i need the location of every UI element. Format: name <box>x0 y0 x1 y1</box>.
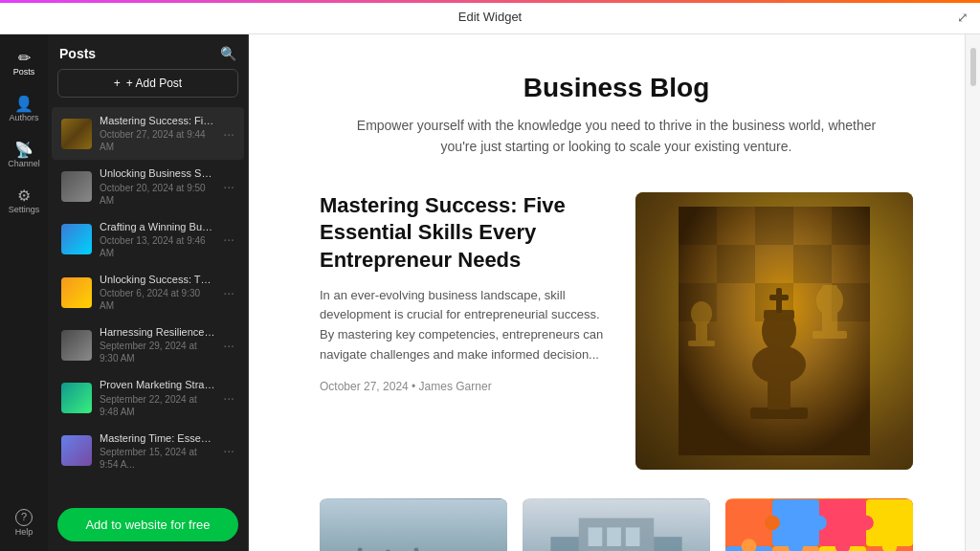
post-item[interactable]: Crafting a Winning Busines... October 13… <box>52 213 244 266</box>
post-name: Unlocking Success: The Art ... <box>100 273 215 286</box>
add-to-website-button[interactable]: Add to website for free <box>57 508 238 541</box>
post-item[interactable]: Mastering Success: Five Ess... October 2… <box>52 107 244 160</box>
post-info: Unlocking Business Succes... October 20,… <box>100 166 215 206</box>
channel-label: Channel <box>8 160 40 168</box>
post-date: September 15, 2024 at 9:54 A... <box>100 446 215 471</box>
post-info: Mastering Time: Essential ... September … <box>100 431 215 471</box>
posts-title: Posts <box>59 46 96 61</box>
post-item[interactable]: Proven Marketing Strategie... September … <box>52 371 244 424</box>
post-date: October 20, 2024 at 9:50 AM <box>100 182 215 207</box>
post-name: Crafting a Winning Busines... <box>100 220 215 233</box>
post-name: Unlocking Business Succes... <box>100 166 215 180</box>
puzzle-svg <box>725 498 913 551</box>
sidebar-item-settings[interactable]: ⚙ Settings <box>3 180 45 222</box>
scroll-thumb <box>970 48 976 86</box>
post-date: October 27, 2024 at 9:44 AM <box>100 128 215 153</box>
svg-rect-4 <box>832 207 870 245</box>
post-date: September 22, 2024 at 9:48 AM <box>100 393 215 418</box>
posts-footer: Add to website for free <box>48 498 248 551</box>
add-post-plus: + <box>114 77 121 90</box>
svg-rect-26 <box>320 499 507 551</box>
blog-title: Business Blog <box>320 73 913 103</box>
svg-rect-5 <box>717 245 755 283</box>
post-menu-icon[interactable]: ··· <box>223 231 234 247</box>
post-info: Harnessing Resilience: Stayi... Septembe… <box>100 325 215 364</box>
search-icon[interactable]: 🔍 <box>220 46 236 61</box>
sidebar-item-posts[interactable]: ✏ Posts <box>3 42 45 84</box>
add-to-website-label: Add to website for free <box>85 518 210 532</box>
post-thumbnail <box>61 277 92 308</box>
post-date: September 29, 2024 at 9:30 AM <box>100 340 215 364</box>
post-info: Crafting a Winning Busines... October 13… <box>100 220 215 259</box>
svg-rect-3 <box>755 207 793 245</box>
sidebar-item-authors[interactable]: 👤 Authors <box>3 88 45 130</box>
settings-label: Settings <box>9 206 40 214</box>
post-thumbnail <box>61 435 92 466</box>
svg-point-65 <box>765 515 780 530</box>
people-svg <box>320 498 507 551</box>
posts-list: Mastering Success: Five Ess... October 2… <box>48 107 248 498</box>
post-thumbnail <box>61 224 92 254</box>
thumbnail-building <box>523 498 710 551</box>
svg-point-67 <box>858 515 874 530</box>
svg-rect-17 <box>769 295 789 300</box>
post-info: Mastering Success: Five Ess... October 2… <box>100 114 215 153</box>
svg-point-24 <box>691 301 712 326</box>
svg-rect-6 <box>793 245 832 283</box>
authors-icon: 👤 <box>14 97 33 112</box>
sidebar-item-channel[interactable]: 📡 Channel <box>3 134 45 176</box>
post-menu-icon[interactable]: ··· <box>223 443 234 458</box>
svg-point-66 <box>812 515 827 530</box>
top-gradient-bar <box>0 0 980 3</box>
thumbnail-people <box>320 498 507 551</box>
post-menu-icon[interactable]: ··· <box>223 126 234 142</box>
post-item[interactable]: Mastering Time: Essential ... September … <box>52 425 244 477</box>
post-thumbnail <box>61 330 92 361</box>
post-thumbnail <box>61 171 92 202</box>
post-info: Unlocking Success: The Art ... October 6… <box>100 273 215 312</box>
add-post-label: + Add Post <box>126 77 182 90</box>
featured-post: Mastering Success: Five Essential Skills… <box>320 192 913 470</box>
thumbnail-puzzle <box>725 498 913 551</box>
settings-icon: ⚙ <box>17 188 31 204</box>
add-post-button[interactable]: + + Add Post <box>57 69 238 98</box>
post-info: Proven Marketing Strategie... September … <box>100 378 215 417</box>
post-name: Mastering Success: Five Ess... <box>100 114 215 127</box>
thumbnail-row <box>320 498 913 551</box>
authors-label: Authors <box>9 114 38 122</box>
right-scrollbar[interactable] <box>965 34 980 551</box>
blog-subtitle: Empower yourself with the knowledge you … <box>348 115 884 158</box>
post-thumbnail <box>61 119 92 149</box>
main-content: Business Blog Empower yourself with the … <box>249 34 965 551</box>
posts-icon: ✏ <box>18 51 31 66</box>
topbar-title: Edit Widget <box>458 10 522 24</box>
svg-rect-21 <box>822 285 837 291</box>
post-date: October 6, 2024 at 9:30 AM <box>100 287 215 312</box>
post-item[interactable]: Unlocking Business Succes... October 20,… <box>52 160 244 212</box>
blog-content: Business Blog Empower yourself with the … <box>281 34 932 551</box>
svg-rect-50 <box>626 527 640 546</box>
post-item[interactable]: Harnessing Resilience: Stayi... Septembe… <box>52 319 244 371</box>
svg-rect-54 <box>550 537 578 551</box>
post-menu-icon[interactable]: ··· <box>223 338 234 353</box>
chess-piece-svg <box>679 207 870 455</box>
featured-post-title: Mastering Success: Five Essential Skills… <box>320 192 607 275</box>
post-item[interactable]: Unlocking Success: The Art ... October 6… <box>52 266 244 319</box>
building-svg <box>523 498 710 551</box>
post-menu-icon[interactable]: ··· <box>223 285 234 300</box>
featured-post-excerpt: In an ever-evolving business landscape, … <box>320 286 607 365</box>
main-layout: ✏ Posts 👤 Authors 📡 Channel ⚙ Settings ?… <box>0 34 980 551</box>
channel-icon: 📡 <box>14 143 33 158</box>
top-bar: Edit Widget ⤢ <box>0 0 980 34</box>
posts-header: Posts 🔍 <box>48 34 248 69</box>
post-menu-icon[interactable]: ··· <box>223 390 234 406</box>
help-label: Help <box>15 528 33 537</box>
help-icon: ? <box>15 509 33 526</box>
post-menu-icon[interactable]: ··· <box>223 179 234 194</box>
svg-rect-55 <box>654 537 681 551</box>
post-date: October 13, 2024 at 9:46 AM <box>100 234 215 259</box>
featured-post-text: Mastering Success: Five Essential Skills… <box>320 192 607 394</box>
expand-icon[interactable]: ⤢ <box>957 10 969 25</box>
sidebar-item-help[interactable]: ? Help <box>3 501 45 543</box>
post-thumbnail <box>61 383 92 413</box>
